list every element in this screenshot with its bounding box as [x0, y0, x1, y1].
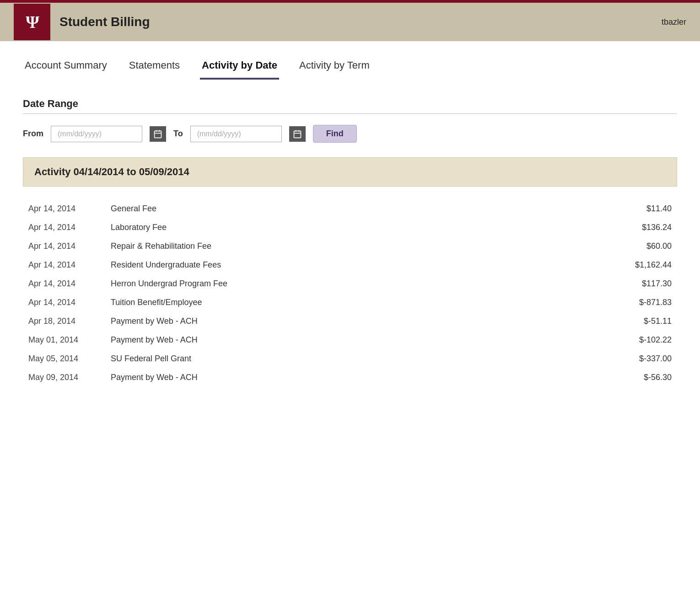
university-logo: Ψ — [14, 4, 50, 40]
find-button[interactable]: Find — [313, 125, 357, 143]
activity-description: Herron Undergrad Program Fee — [105, 274, 604, 293]
tab-account-summary[interactable]: Account Summary — [23, 55, 109, 80]
activity-amount: $-51.11 — [604, 312, 677, 331]
activity-date: May 05, 2014 — [23, 349, 105, 368]
activity-row: Apr 14, 2014 Herron Undergrad Program Fe… — [23, 274, 677, 293]
activity-date: Apr 14, 2014 — [23, 274, 105, 293]
activity-description: SU Federal Pell Grant — [105, 349, 604, 368]
from-calendar-icon[interactable] — [150, 126, 166, 142]
activity-row: Apr 14, 2014 Laboratory Fee $136.24 — [23, 218, 677, 237]
activity-description: Payment by Web - ACH — [105, 312, 604, 331]
header: Ψ Student Billing tbazler — [0, 0, 700, 41]
activity-description: Repair & Rehabilitation Fee — [105, 237, 604, 256]
activity-date: Apr 14, 2014 — [23, 256, 105, 274]
activity-panel: Activity 04/14/2014 to 05/09/2014 — [23, 157, 677, 187]
activity-amount: $-871.83 — [604, 293, 677, 312]
activity-date: Apr 18, 2014 — [23, 312, 105, 331]
activity-date: Apr 14, 2014 — [23, 237, 105, 256]
activity-row: May 05, 2014 SU Federal Pell Grant $-337… — [23, 349, 677, 368]
activity-amount: $-56.30 — [604, 368, 677, 387]
main-content: Date Range From To Find Activity 04/1 — [0, 80, 700, 401]
activity-row: Apr 14, 2014 General Fee $11.40 — [23, 199, 677, 218]
activity-amount: $-102.22 — [604, 331, 677, 349]
to-label: To — [173, 129, 183, 139]
activity-date: Apr 14, 2014 — [23, 199, 105, 218]
tab-activity-by-term[interactable]: Activity by Term — [297, 55, 372, 80]
date-range-title: Date Range — [23, 98, 677, 110]
activity-amount: $117.30 — [604, 274, 677, 293]
to-calendar-icon[interactable] — [289, 126, 306, 142]
activity-row: Apr 14, 2014 Resident Undergraduate Fees… — [23, 256, 677, 274]
app-title: Student Billing — [59, 15, 150, 29]
activity-description: Payment by Web - ACH — [105, 368, 604, 387]
svg-rect-0 — [155, 131, 162, 138]
activity-amount: $-337.00 — [604, 349, 677, 368]
activity-description: Laboratory Fee — [105, 218, 604, 237]
from-date-input[interactable] — [51, 126, 142, 142]
activity-description: General Fee — [105, 199, 604, 218]
activity-date: May 01, 2014 — [23, 331, 105, 349]
activity-amount: $136.24 — [604, 218, 677, 237]
activity-amount: $11.40 — [604, 199, 677, 218]
activity-row: Apr 14, 2014 Tuition Benefit/Employee $-… — [23, 293, 677, 312]
activity-description: Resident Undergraduate Fees — [105, 256, 604, 274]
activity-table: Apr 14, 2014 General Fee $11.40 Apr 14, … — [23, 199, 677, 387]
activity-panel-title: Activity 04/14/2014 to 05/09/2014 — [34, 166, 189, 177]
tab-activity-by-date[interactable]: Activity by Date — [200, 55, 279, 80]
activity-amount: $1,162.44 — [604, 256, 677, 274]
username-display: tbazler — [662, 17, 686, 27]
tab-statements[interactable]: Statements — [127, 55, 182, 80]
activity-description: Payment by Web - ACH — [105, 331, 604, 349]
activity-row: May 01, 2014 Payment by Web - ACH $-102.… — [23, 331, 677, 349]
to-date-input[interactable] — [190, 126, 282, 142]
date-range-row: From To Find — [23, 125, 677, 143]
activity-row: Apr 18, 2014 Payment by Web - ACH $-51.1… — [23, 312, 677, 331]
activity-date: May 09, 2014 — [23, 368, 105, 387]
svg-rect-4 — [294, 131, 301, 138]
activity-date: Apr 14, 2014 — [23, 293, 105, 312]
activity-description: Tuition Benefit/Employee — [105, 293, 604, 312]
activity-row: Apr 14, 2014 Repair & Rehabilitation Fee… — [23, 237, 677, 256]
section-divider — [23, 113, 677, 114]
from-label: From — [23, 129, 43, 139]
main-navigation: Account Summary Statements Activity by D… — [0, 41, 700, 80]
activity-date: Apr 14, 2014 — [23, 218, 105, 237]
activity-amount: $60.00 — [604, 237, 677, 256]
activity-row: May 09, 2014 Payment by Web - ACH $-56.3… — [23, 368, 677, 387]
logo-text: Ψ — [26, 12, 38, 32]
